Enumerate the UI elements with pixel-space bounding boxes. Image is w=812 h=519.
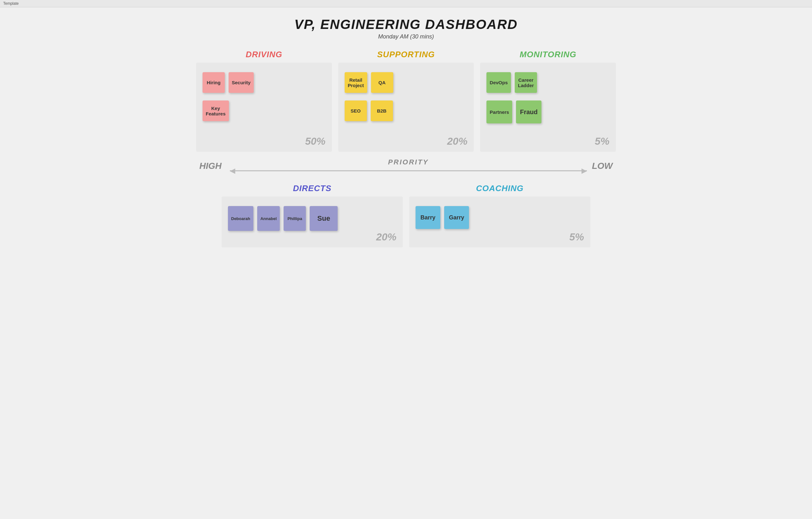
- coaching-notes: Barry Garry: [415, 203, 584, 232]
- note-fraud[interactable]: Fraud: [516, 100, 542, 123]
- monitoring-box: DevOps Career Ladder Partners Fraud 5%: [480, 63, 616, 152]
- supporting-notes: Retail Project QA SEO B2B: [345, 69, 468, 124]
- priority-low-label: LOW: [592, 161, 613, 171]
- note-devops[interactable]: DevOps: [487, 72, 511, 93]
- supporting-label: SUPPORTING: [338, 50, 474, 59]
- priority-arrow-line: ◀ ▶: [230, 168, 587, 174]
- directs-notes: Deboarah Annabel Phillipa Sue: [228, 203, 397, 234]
- top-sections: DRIVING Hiring Security Key Features 50%…: [196, 50, 616, 152]
- note-barry[interactable]: Barry: [415, 206, 440, 229]
- arrow-left-icon: ◀: [230, 167, 235, 174]
- monitoring-percent: 5%: [595, 136, 609, 147]
- note-phillipa[interactable]: Phillipa: [284, 206, 306, 231]
- supporting-box: Retail Project QA SEO B2B 20%: [338, 63, 474, 152]
- supporting-col: SUPPORTING Retail Project QA SEO B2B 20%: [338, 50, 474, 152]
- driving-label: DRIVING: [196, 50, 332, 59]
- note-security[interactable]: Security: [229, 72, 254, 93]
- page-header: VP, ENGINEERING DASHBOARD Monday AM (30 …: [196, 17, 616, 40]
- note-sue[interactable]: Sue: [310, 206, 338, 231]
- bottom-sections: DIRECTS Deboarah Annabel Phillipa Sue 20…: [196, 183, 616, 248]
- note-b2b[interactable]: B2B: [371, 100, 393, 121]
- main-container: VP, ENGINEERING DASHBOARD Monday AM (30 …: [183, 7, 629, 257]
- arrow-right-icon: ▶: [581, 167, 587, 174]
- directs-label: DIRECTS: [222, 183, 403, 193]
- coaching-percent: 5%: [570, 231, 584, 243]
- template-bar: Template: [0, 0, 812, 7]
- supporting-percent: 20%: [447, 136, 467, 147]
- note-qa[interactable]: QA: [371, 72, 393, 93]
- directs-percent: 20%: [376, 231, 397, 243]
- monitoring-col: MONITORING DevOps Career Ladder Partners…: [480, 50, 616, 152]
- priority-arrow-container: PRIORITY ◀ ▶: [230, 158, 587, 174]
- coaching-box: Barry Garry 5%: [409, 197, 590, 248]
- page-subtitle: Monday AM (30 mins): [196, 33, 616, 40]
- directs-box: Deboarah Annabel Phillipa Sue 20%: [222, 197, 403, 248]
- page-title: VP, ENGINEERING DASHBOARD: [196, 17, 616, 32]
- note-key-features[interactable]: Key Features: [203, 100, 229, 121]
- coaching-col: COACHING Barry Garry 5%: [409, 183, 590, 248]
- driving-percent: 50%: [305, 136, 325, 147]
- priority-high-label: HIGH: [199, 161, 225, 171]
- note-hiring[interactable]: Hiring: [203, 72, 225, 93]
- monitoring-notes: DevOps Career Ladder Partners Fraud: [487, 69, 609, 126]
- note-garry[interactable]: Garry: [444, 206, 469, 229]
- note-partners[interactable]: Partners: [487, 100, 512, 123]
- coaching-label: COACHING: [409, 183, 590, 193]
- note-seo[interactable]: SEO: [345, 100, 367, 121]
- priority-row: HIGH PRIORITY ◀ ▶ LOW: [196, 158, 616, 174]
- priority-center-label: PRIORITY: [388, 158, 429, 166]
- note-career-ladder[interactable]: Career Ladder: [515, 72, 537, 93]
- driving-box: Hiring Security Key Features 50%: [196, 63, 332, 152]
- directs-col: DIRECTS Deboarah Annabel Phillipa Sue 20…: [222, 183, 403, 248]
- note-retail-project[interactable]: Retail Project: [345, 72, 367, 93]
- note-annabel[interactable]: Annabel: [257, 206, 280, 231]
- driving-notes: Hiring Security Key Features: [203, 69, 325, 124]
- monitoring-label: MONITORING: [480, 50, 616, 59]
- driving-col: DRIVING Hiring Security Key Features 50%: [196, 50, 332, 152]
- note-deboarah[interactable]: Deboarah: [228, 206, 253, 231]
